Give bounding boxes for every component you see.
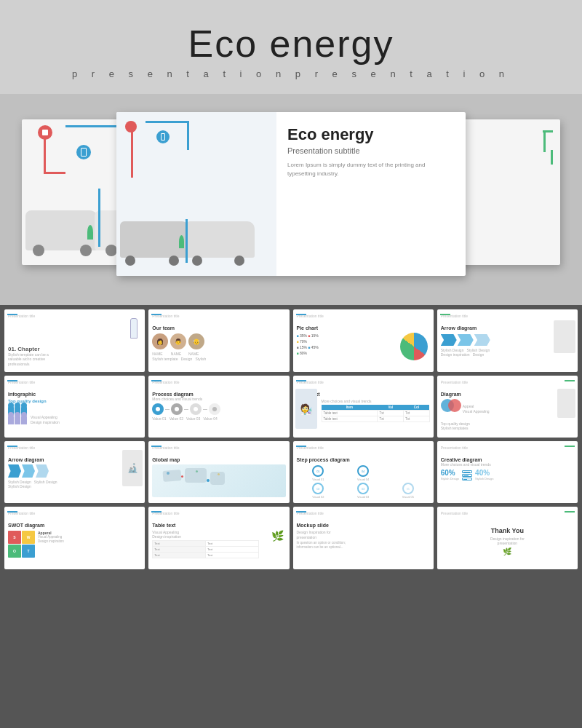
thumb-8-title: Diagram: [441, 392, 574, 397]
thumb-9-title: Arrow diagram: [8, 457, 141, 462]
thumb-3-title: Pie chart: [297, 325, 430, 331]
thumb-15-label: Presentation title: [297, 511, 430, 515]
thumb-2-label: Presentation title: [152, 314, 285, 318]
thumb-grid: Presentation title 01. Chapter Stylish t…: [4, 309, 578, 569]
thumb-14-label: Presentation title: [152, 511, 285, 515]
slide-stack: y the printing and: [29, 108, 553, 283]
thumb-6-process[interactable]: Presentation title Process diagram More …: [148, 376, 289, 438]
thumb-1-title: 01. Chapter: [8, 346, 141, 352]
thumb-4-arrow[interactable]: Presentation title Arrow diagram Stylish…: [437, 309, 578, 372]
thumb-13-label: Presentation title: [8, 511, 141, 515]
thumb-8-diagram[interactable]: Presentation title Diagram AppealVisual …: [437, 376, 578, 438]
thumb-5-label: Presentation title: [8, 380, 141, 384]
hero-area: y the printing and: [0, 94, 582, 305]
main-slide-body: Lorem Ipsum is simply dummy text of the …: [287, 161, 455, 178]
thumb-10-label: Presentation title: [152, 446, 285, 450]
thumb-9-label: Presentation title: [8, 446, 141, 450]
thumb-14-title: Table text: [152, 523, 285, 528]
thumb-11-label: Presentation title: [297, 446, 430, 450]
thumb-8-label: Presentation title: [441, 380, 574, 384]
thumb-4-label: Presentation title: [441, 314, 574, 318]
thumb-10-map[interactable]: Presentation title Global map: [148, 441, 289, 503]
thumb-11-title: Step process diagram: [297, 457, 430, 462]
thumb-1-chapter[interactable]: Presentation title 01. Chapter Stylish t…: [4, 309, 145, 372]
page-title: Eco energy: [0, 22, 582, 66]
thumb-9-arrow2[interactable]: Presentation title Arrow diagram 🔬 Styli…: [4, 441, 145, 503]
thumb-13-title: SWOT diagram: [8, 523, 141, 528]
thumb-14-table2[interactable]: Presentation title Table text 🌿 Visual A…: [148, 507, 289, 569]
thumb-12-label: Presentation title: [441, 446, 574, 450]
slide-main-left: [116, 112, 276, 276]
slide-main-right: Eco energy Presentation subtitle Lorem I…: [276, 112, 466, 276]
main-slide-subtitle: Presentation subtitle: [287, 146, 455, 155]
thumb-2-team[interactable]: Presentation title Our team 👩 👨 👴 NAME N…: [148, 309, 289, 372]
page-subtitle: p r e s e n t a t i o n p r e s e n t a …: [0, 68, 582, 79]
thumb-13-swot[interactable]: Presentation title SWOT diagram S W O T …: [4, 507, 145, 569]
thumb-3-pie[interactable]: Presentation title Pie chart ■ 35% ■ 15%…: [293, 309, 434, 372]
thumb-15-mockup[interactable]: Presentation title Mockup slide Design I…: [293, 507, 434, 569]
thumb-7-table[interactable]: Presentation title Table text 🧑‍🔬 More c…: [293, 376, 434, 438]
main-slide-title: Eco energy: [287, 125, 455, 144]
thumb-5-infographic[interactable]: Presentation title Infographic Top quali…: [4, 376, 145, 438]
thumb-5-title: Infographic: [8, 392, 141, 397]
page-header: Eco energy p r e s e n t a t i o n p r e…: [0, 0, 582, 94]
thumb-11-step[interactable]: Presentation title Step process diagram …: [293, 441, 434, 503]
slide-main: Eco energy Presentation subtitle Lorem I…: [116, 112, 466, 276]
thumb-3-label: Presentation title: [297, 314, 430, 318]
thumb-16-thankyou[interactable]: Presentation title Thank You Design insp…: [437, 507, 578, 569]
thumb-12-title: Creative diagram: [441, 457, 574, 462]
thumb-6-title: Process diagram: [152, 392, 285, 397]
thumb-6-label: Presentation title: [152, 380, 285, 384]
thumb-7-label: Presentation title: [297, 380, 430, 384]
thumbnails-section: Presentation title 01. Chapter Stylish t…: [0, 305, 582, 728]
thumb-10-title: Global map: [152, 457, 285, 462]
thumb-16-title: Thank You: [491, 527, 524, 534]
thumb-15-title: Mockup slide: [297, 523, 430, 528]
thumb-2-title: Our team: [152, 325, 285, 331]
thumb-12-creative[interactable]: Presentation title Creative diagram More…: [437, 441, 578, 503]
